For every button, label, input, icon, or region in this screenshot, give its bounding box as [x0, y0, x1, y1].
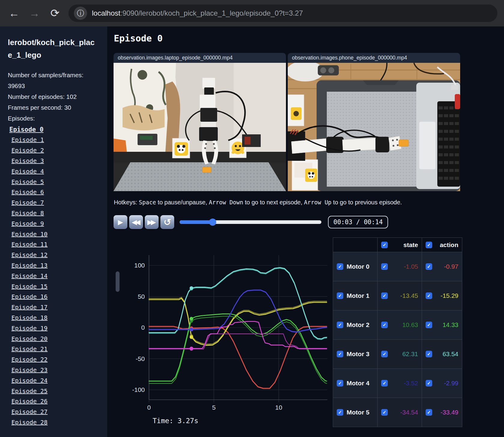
sidebar-episode-link[interactable]: Episode 27	[8, 407, 100, 417]
action-value-checkbox[interactable]: ✓	[426, 351, 432, 357]
sidebar-episode-link[interactable]: Episode 14	[8, 271, 100, 281]
sidebar-episode-link[interactable]: Episode 20	[8, 334, 100, 344]
url-text: localhost:9090/lerobot/koch_pick_place_1…	[92, 9, 303, 17]
sidebar-episode-link[interactable]: Episode 23	[8, 365, 100, 375]
action-value: -0.97	[444, 263, 458, 270]
hotkeys-help: Hotkeys: Space to pause/unpause, Arrow D…	[114, 199, 402, 206]
motor-row-checkbox[interactable]: ✓	[337, 322, 343, 328]
sidebar-episode-link[interactable]: Episode 0	[8, 124, 100, 135]
marker-action-Motor 3	[190, 286, 193, 290]
sidebar-episode-link[interactable]: Episode 26	[8, 396, 100, 407]
laptop-camera-video[interactable]	[114, 63, 286, 191]
sidebar-episode-link[interactable]: Episode 9	[8, 218, 100, 229]
sidebar-episode-link[interactable]: Episode 28	[8, 417, 100, 428]
sidebar-episode-link[interactable]: Episode 6	[8, 187, 100, 197]
fast-forward-button[interactable]: ▶▶	[145, 215, 159, 229]
url-host: localhost	[92, 9, 120, 17]
table-row: ✓Motor 2✓10.63✓14.33	[333, 310, 462, 340]
seek-slider-thumb[interactable]	[209, 218, 216, 226]
state-value-checkbox[interactable]: ✓	[381, 292, 388, 299]
stat-episodes: Number of episodes: 102	[8, 91, 83, 102]
marker-action-Motor 5	[190, 347, 193, 350]
sidebar-episode-link[interactable]: Episode 16	[8, 292, 100, 302]
state-value-checkbox[interactable]: ✓	[381, 380, 388, 387]
sidebar-episode-link[interactable]: Episode 4	[8, 166, 100, 177]
y-tick-label: 0	[141, 324, 145, 331]
play-button[interactable]: ▶	[114, 215, 127, 229]
sidebar-episode-link[interactable]: Episode 1	[8, 135, 100, 145]
sidebar-episode-link[interactable]: Episode 17	[8, 302, 100, 313]
play-icon: ▶	[118, 218, 123, 226]
action-column-checkbox[interactable]: ✓	[426, 242, 432, 248]
sidebar-episode-link[interactable]: Episode 24	[8, 375, 100, 386]
sidebar: lerobot/koch_pick_place_1_lego Number of…	[0, 26, 107, 437]
browser-toolbar: ← → ⟳ ⓘ localhost:9090/lerobot/koch_pick…	[0, 0, 504, 26]
sidebar-episode-link[interactable]: Episode 25	[8, 386, 100, 396]
motor-chart[interactable]: 100500-50-1000510Time: 3.27s	[114, 237, 328, 437]
forward-icon[interactable]: →	[28, 7, 41, 20]
sidebar-episode-link[interactable]: Episode 15	[8, 281, 100, 292]
seek-slider[interactable]	[180, 220, 321, 224]
motor-label: Motor 5	[347, 409, 369, 416]
series-action-Motor 4	[149, 290, 327, 332]
motor-label: Motor 3	[347, 350, 369, 358]
sidebar-episode-link[interactable]: Episode 10	[8, 229, 100, 240]
action-value-checkbox[interactable]: ✓	[426, 263, 432, 270]
state-value-checkbox[interactable]: ✓	[381, 351, 388, 357]
back-icon[interactable]: ←	[7, 7, 21, 20]
chart-time-label: Time: 3.27s	[153, 417, 198, 425]
action-value-checkbox[interactable]: ✓	[426, 409, 432, 416]
table-row: ✓Motor 4✓-3.52✓-2.99	[333, 369, 462, 398]
sidebar-episode-link[interactable]: Episode 8	[8, 208, 100, 218]
url-path: :9090/lerobot/koch_pick_place_1_lego/epi…	[120, 9, 303, 17]
video-card-laptop: observation.images.laptop_episode_000000…	[114, 53, 286, 191]
rewind-button[interactable]: ◀◀	[129, 215, 143, 229]
reload-icon[interactable]: ⟳	[48, 7, 62, 20]
hotkey-text: to go to previous episode.	[332, 199, 402, 206]
hotkey-key: Space	[139, 199, 156, 206]
motor-row-checkbox[interactable]: ✓	[337, 292, 343, 299]
state-column-checkbox[interactable]: ✓	[381, 242, 388, 248]
address-bar[interactable]: ⓘ localhost:9090/lerobot/koch_pick_place…	[68, 5, 497, 22]
y-tick-label: -50	[136, 355, 145, 362]
action-value-checkbox[interactable]: ✓	[426, 380, 432, 387]
state-column-header: state	[403, 241, 418, 249]
sidebar-episode-link[interactable]: Episode 18	[8, 313, 100, 323]
motor-row-checkbox[interactable]: ✓	[337, 380, 343, 387]
sidebar-episode-link[interactable]: Episode 19	[8, 323, 100, 334]
y-tick-label: 50	[138, 293, 145, 300]
sidebar-episode-link[interactable]: Episode 7	[8, 197, 100, 208]
state-value-checkbox[interactable]: ✓	[381, 409, 388, 416]
rewind-icon: ◀◀	[132, 218, 138, 226]
state-value-checkbox[interactable]: ✓	[381, 322, 388, 328]
main-content: Episode 0 observation.images.laptop_epis…	[107, 26, 504, 437]
motor-row-checkbox[interactable]: ✓	[337, 351, 343, 357]
page-title: Episode 0	[114, 33, 163, 44]
sidebar-episode-link[interactable]: Episode 22	[8, 354, 100, 365]
sidebar-episode-link[interactable]: Episode 2	[8, 145, 100, 156]
loop-button[interactable]: ↺	[160, 215, 174, 229]
state-value-checkbox[interactable]: ✓	[381, 263, 388, 270]
x-tick-label: 0	[147, 404, 151, 411]
motor-row-checkbox[interactable]: ✓	[337, 409, 343, 416]
table-row: ✓Motor 0✓-1.05✓-0.97	[333, 252, 462, 281]
sidebar-episode-link[interactable]: Episode 21	[8, 344, 100, 354]
video-card-phone: observation.images.phone_episode_000000.…	[288, 53, 460, 191]
sidebar-episode-link[interactable]: Episode 12	[8, 250, 100, 260]
motor-table: ✓state ✓action ✓Motor 0✓-1.05✓-0.97✓Moto…	[333, 237, 462, 427]
stat-fps: Frames per second: 30	[8, 102, 83, 113]
sidebar-episode-link[interactable]: Episode 3	[8, 156, 100, 166]
phone-camera-video[interactable]	[288, 63, 460, 191]
marker-action-Motor 4	[190, 328, 193, 331]
action-value-checkbox[interactable]: ✓	[426, 322, 432, 328]
seek-slider-fill	[180, 220, 213, 224]
site-info-icon[interactable]: ⓘ	[74, 7, 87, 20]
sidebar-episode-link[interactable]: Episode 11	[8, 239, 100, 250]
state-value: 62.31	[402, 350, 418, 358]
y-tick-label: -100	[132, 386, 145, 393]
sidebar-episode-link[interactable]: Episode 5	[8, 177, 100, 187]
sidebar-episode-link[interactable]: Episode 13	[8, 260, 100, 271]
action-value: -33.49	[440, 409, 458, 416]
motor-row-checkbox[interactable]: ✓	[337, 263, 343, 270]
action-value-checkbox[interactable]: ✓	[426, 292, 432, 299]
